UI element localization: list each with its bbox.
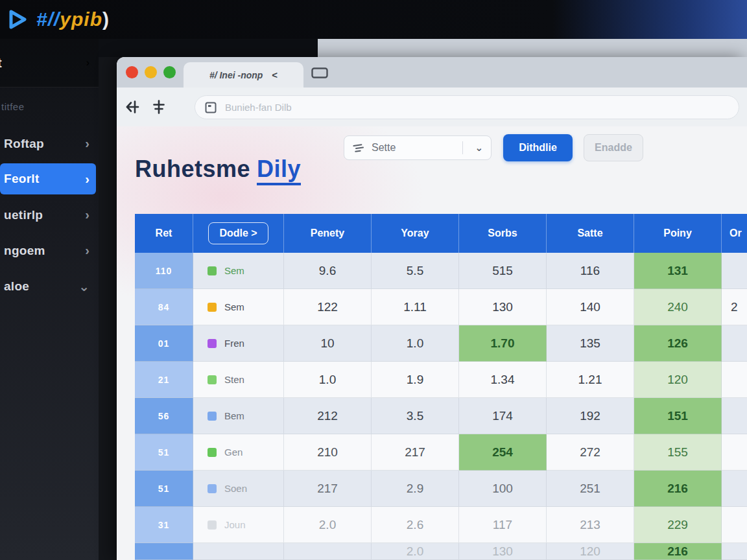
chevron-right-icon: › — [86, 57, 89, 69]
sidebar-item-label: Roftap — [4, 137, 44, 151]
table-cell — [722, 471, 747, 507]
app-logo: #//ypib) — [6, 8, 110, 30]
page-content: RuhetsmeDily Sette ⌄ Dithdlie Enadde Ret… — [117, 126, 747, 560]
sidebar-item-ngoem[interactable]: ngoem› — [0, 233, 99, 268]
sidebar-item-Roftap[interactable]: Roftap› — [0, 126, 99, 161]
table-cell: 155 — [634, 434, 722, 471]
secondary-action-button[interactable]: Enadde — [584, 134, 643, 161]
table-cell: 1.21 — [547, 362, 634, 398]
table-cell: 130 — [459, 543, 547, 560]
column-header-ret[interactable]: Ret — [135, 214, 193, 253]
desktop-strip-dark — [99, 39, 318, 57]
table-cell: 515 — [459, 253, 547, 289]
column-header-sorbs[interactable]: Sorbs — [459, 214, 547, 253]
row-name-label: Joun — [224, 519, 246, 530]
table-row[interactable]: 56Bem2123.5174192151 — [135, 398, 747, 434]
column-header-dodle[interactable]: Dodle > — [193, 214, 284, 253]
color-swatch-icon — [208, 303, 217, 312]
table-cell: 2.6 — [372, 507, 459, 543]
address-input[interactable] — [225, 102, 729, 113]
chevron-right-icon: › — [85, 136, 89, 151]
table-row[interactable]: 21Sten1.01.91.341.21120 — [135, 362, 747, 398]
browser-tab[interactable]: #/ Inei -nonp < — [184, 62, 303, 88]
sidebar-item-label: aloe — [4, 279, 29, 294]
filter-select-label: Sette — [372, 142, 456, 154]
logo-paren: ) — [102, 8, 110, 30]
row-name-label: Gen — [224, 447, 243, 458]
table-cell: 272 — [547, 434, 634, 471]
close-window-button[interactable] — [126, 66, 138, 78]
table-cell: 216 — [634, 543, 722, 560]
table-cell: 210 — [284, 434, 372, 471]
chevron-right-icon: › — [85, 207, 89, 222]
table-cell: 1.0 — [284, 362, 372, 398]
table-header-row: RetDodle >PenetyYoraySorbsSattePoinyOr — [135, 214, 747, 253]
new-tab-icon[interactable] — [311, 67, 328, 78]
table-cell: 240 — [634, 289, 722, 325]
sidebar-item-aloe[interactable]: aloe⌄ — [0, 268, 99, 304]
table-cell: 2.9 — [372, 471, 459, 507]
color-swatch-icon — [208, 412, 217, 421]
desktop-strip-gray — [318, 39, 747, 57]
table-cell: 3.5 — [372, 398, 459, 434]
back-arrow-icon[interactable] — [124, 99, 141, 115]
table-cell: 120 — [634, 362, 722, 398]
table-cell: 2.0 — [372, 543, 459, 560]
sidebar-item-label: uetirlp — [4, 208, 43, 222]
row-name-label: Fren — [224, 338, 244, 349]
table-row[interactable]: 110Sem9.65.5515116131 — [135, 253, 747, 289]
column-header-satte[interactable]: Satte — [547, 214, 634, 253]
zoom-window-button[interactable] — [163, 66, 176, 78]
table-cell: 1.34 — [459, 362, 547, 398]
minimize-window-button[interactable] — [145, 66, 157, 78]
filter-select[interactable]: Sette ⌄ — [344, 135, 492, 160]
color-swatch-icon — [208, 484, 217, 493]
browser-tabbar: #/ Inei -nonp < — [117, 57, 747, 88]
table-row[interactable]: 84Sem1221.111301402402 — [135, 289, 747, 325]
sidebar: t › titfee Roftap›Feorlt›uetirlp›ngoem›a… — [0, 39, 99, 560]
table-row[interactable]: 51Soen2172.9100251216 — [135, 471, 747, 507]
table-cell: 212 — [284, 398, 372, 434]
table-row[interactable]: 2.0130120216 — [135, 543, 747, 560]
sidebar-item-label: Feorlt — [4, 172, 40, 186]
table-cell: 213 — [547, 507, 634, 543]
logo-name: ypib — [60, 8, 102, 30]
traffic-lights — [126, 66, 176, 78]
sidebar-item-Feorlt[interactable]: Feorlt› — [0, 163, 96, 194]
sidebar-top-label: t — [0, 56, 2, 71]
sidebar-item-uetirlp[interactable]: uetirlp› — [0, 197, 99, 233]
table-cell: 229 — [634, 507, 722, 543]
column-header-yoray[interactable]: Yoray — [372, 214, 459, 253]
play-logo-icon — [6, 8, 29, 30]
table-row[interactable]: 01Fren101.01.70135126 — [135, 325, 747, 362]
refresh-icon[interactable] — [150, 99, 167, 115]
table-cell: 131 — [634, 253, 722, 289]
table-cell: 2 — [722, 289, 747, 325]
tab-arrow-icon[interactable]: < — [272, 69, 278, 80]
column-header-penety[interactable]: Penety — [284, 214, 372, 253]
table-cell: 1.11 — [372, 289, 459, 325]
row-id-cell: 31 — [135, 507, 193, 543]
primary-action-button[interactable]: Dithdlie — [503, 134, 573, 161]
row-name-label: Sem — [224, 265, 244, 276]
column-header-or[interactable]: Or — [722, 214, 747, 253]
column-header-poiny[interactable]: Poiny — [634, 214, 722, 253]
table-cell: 151 — [634, 398, 722, 434]
sidebar-top-item[interactable]: t › — [0, 39, 99, 88]
address-bar[interactable] — [195, 95, 739, 119]
row-name-cell: Bem — [193, 398, 284, 434]
table-cell — [722, 507, 747, 543]
table-row[interactable]: 51Gen210217254272155 — [135, 434, 747, 471]
table-cell — [722, 434, 747, 471]
table-cell: 126 — [634, 325, 722, 362]
row-id-cell: 110 — [135, 253, 193, 289]
row-id-cell: 01 — [135, 325, 193, 362]
table-cell: 130 — [459, 289, 547, 325]
boxed-column-header[interactable]: Dodle > — [208, 222, 268, 244]
table-cell — [722, 325, 747, 362]
page-title-accent: Dily — [257, 156, 301, 185]
color-swatch-icon — [208, 448, 217, 457]
row-id-cell: 56 — [135, 398, 193, 434]
row-name-cell: Joun — [193, 507, 284, 543]
table-row[interactable]: 31Joun2.02.6117213229 — [135, 507, 747, 543]
